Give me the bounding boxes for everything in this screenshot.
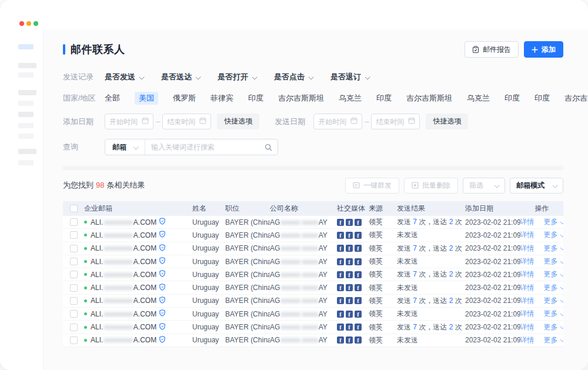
country-option[interactable]: 乌克兰	[467, 93, 490, 104]
send-date-end-input[interactable]	[371, 114, 420, 129]
added-date-cell: 2023-02-02 21:09	[465, 271, 520, 279]
country-option[interactable]: 吉尔吉斯斯坦	[406, 93, 452, 104]
facebook-icon[interactable]: f	[355, 232, 362, 239]
facebook-icon[interactable]: f	[346, 232, 353, 239]
filter-dropdown[interactable]: 是否点击	[274, 72, 313, 82]
country-option[interactable]: 印度	[248, 93, 263, 104]
detail-link[interactable]: 详情	[520, 283, 534, 293]
send-date-quick-options-button[interactable]: 快捷选项	[426, 114, 468, 129]
section-divider	[63, 166, 563, 170]
country-option[interactable]: 乌克兰	[339, 93, 362, 104]
more-link[interactable]: 更多	[544, 309, 564, 319]
bulk-send-button[interactable]: 一键群发	[345, 178, 399, 194]
filter-dropdown[interactable]: 是否送达	[161, 72, 200, 82]
filter-dropdown[interactable]: 是否退订	[330, 72, 369, 82]
more-link[interactable]: 更多	[544, 244, 564, 254]
facebook-icon[interactable]: f	[346, 271, 353, 278]
row-checkbox[interactable]	[70, 231, 78, 239]
add-date-start-input[interactable]	[105, 114, 153, 129]
window-titlebar	[0, 0, 588, 29]
facebook-icon[interactable]: f	[355, 258, 362, 265]
detail-link[interactable]: 详情	[520, 244, 534, 254]
facebook-icon[interactable]: f	[346, 284, 353, 291]
facebook-icon[interactable]: f	[337, 336, 344, 344]
more-link[interactable]: 更多	[544, 283, 564, 293]
add-date-end-input[interactable]	[162, 114, 211, 129]
facebook-icon[interactable]: f	[337, 271, 344, 278]
row-checkbox[interactable]	[70, 310, 78, 318]
facebook-icon[interactable]: f	[337, 324, 344, 331]
facebook-icon[interactable]: f	[337, 311, 344, 318]
more-link[interactable]: 更多	[544, 256, 564, 266]
more-link[interactable]: 更多	[544, 322, 564, 332]
more-link[interactable]: 更多	[544, 217, 564, 227]
facebook-icon[interactable]: f	[355, 324, 362, 331]
facebook-icon[interactable]: f	[337, 258, 344, 265]
facebook-icon[interactable]: f	[346, 245, 353, 252]
select-all-checkbox[interactable]	[70, 205, 78, 212]
bulk-delete-button[interactable]: 批量删除	[404, 178, 458, 194]
company-cell: AGxxxxxx xxxxxAY	[270, 296, 337, 305]
search-input[interactable]	[145, 143, 265, 151]
row-checkbox[interactable]	[70, 258, 78, 265]
facebook-icon[interactable]: f	[346, 297, 353, 304]
traffic-light-close-icon[interactable]	[19, 21, 24, 26]
more-link[interactable]: 更多	[544, 335, 564, 345]
facebook-icon[interactable]: f	[346, 324, 353, 331]
detail-link[interactable]: 详情	[520, 230, 534, 240]
country-option[interactable]: 印度	[534, 93, 550, 104]
more-link[interactable]: 更多	[544, 269, 564, 279]
row-checkbox[interactable]	[70, 218, 78, 226]
facebook-icon[interactable]: f	[337, 219, 344, 226]
filter-select[interactable]: 筛选	[463, 178, 505, 194]
more-link[interactable]: 更多	[544, 296, 564, 306]
row-checkbox[interactable]	[70, 336, 78, 344]
row-checkbox[interactable]	[70, 284, 78, 292]
query-type-select[interactable]: 邮箱	[105, 139, 145, 155]
detail-link[interactable]: 详情	[520, 217, 534, 227]
country-option[interactable]: 印度	[376, 93, 392, 104]
detail-link[interactable]: 详情	[520, 335, 534, 345]
facebook-icon[interactable]: f	[355, 297, 362, 304]
filter-dropdown[interactable]: 是否打开	[218, 72, 256, 82]
facebook-icon[interactable]: f	[346, 336, 353, 344]
country-option[interactable]: 菲律宾	[211, 93, 233, 104]
row-checkbox[interactable]	[70, 245, 78, 252]
add-date-quick-options-button[interactable]: 快捷选项	[217, 114, 259, 129]
country-option[interactable]: 吉尔吉斯斯坦	[278, 93, 324, 104]
filter-dropdown[interactable]: 是否发送	[105, 72, 143, 82]
row-checkbox[interactable]	[70, 271, 78, 278]
country-option[interactable]: 吉尔吉斯斯坦	[564, 93, 588, 104]
more-link[interactable]: 更多	[544, 230, 564, 240]
facebook-icon[interactable]: f	[355, 219, 362, 226]
facebook-icon[interactable]: f	[346, 311, 353, 318]
row-checkbox[interactable]	[70, 324, 78, 331]
facebook-icon[interactable]: f	[355, 284, 362, 291]
facebook-icon[interactable]: f	[346, 219, 353, 226]
mode-select[interactable]: 邮箱模式	[510, 178, 563, 194]
detail-link[interactable]: 详情	[520, 296, 534, 306]
facebook-icon[interactable]: f	[337, 297, 344, 304]
detail-link[interactable]: 详情	[520, 256, 534, 266]
mail-report-button[interactable]: 邮件报告	[465, 41, 519, 58]
facebook-icon[interactable]: f	[337, 232, 344, 239]
row-checkbox[interactable]	[70, 297, 78, 305]
send-date-start-input[interactable]	[313, 114, 362, 129]
facebook-icon[interactable]: f	[346, 258, 353, 265]
traffic-light-minimize-icon[interactable]	[26, 21, 31, 26]
detail-link[interactable]: 详情	[520, 322, 534, 332]
detail-link[interactable]: 详情	[520, 269, 534, 279]
country-option[interactable]: 俄罗斯	[173, 93, 196, 104]
facebook-icon[interactable]: f	[355, 271, 362, 278]
detail-link[interactable]: 详情	[520, 309, 534, 319]
country-option[interactable]: 印度	[505, 93, 520, 104]
traffic-light-zoom-icon[interactable]	[34, 21, 38, 26]
add-button[interactable]: 添加	[524, 41, 563, 58]
country-option[interactable]: 全部	[105, 93, 120, 104]
facebook-icon[interactable]: f	[355, 336, 362, 344]
facebook-icon[interactable]: f	[355, 245, 362, 252]
facebook-icon[interactable]: f	[337, 245, 344, 252]
facebook-icon[interactable]: f	[337, 284, 344, 291]
country-option[interactable]: 美国	[135, 92, 158, 105]
facebook-icon[interactable]: f	[355, 311, 362, 318]
